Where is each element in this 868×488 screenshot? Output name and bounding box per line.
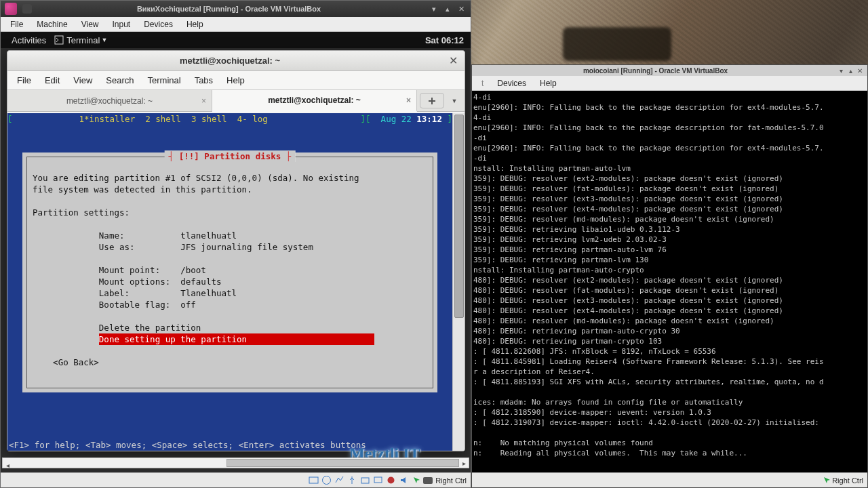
gnome-top-bar: Activities Terminal ▼ Sat 06:12 [1,32,471,48]
vbox1-titlebar[interactable]: ВикиXochiquetzal [Running] - Oracle VM V… [1,1,471,17]
svg-rect-4 [374,477,382,483]
app-sub-icon [22,4,32,14]
vbox2-menubar: t Devices Help [472,76,867,91]
maximize-button[interactable]: ▴ [442,3,453,14]
virtualbox-window-secondary: moiocoiani [Running] - Oracle VM Virtual… [471,64,868,488]
gterm-title: metztli@xochiquetzal: ~ [13,56,447,66]
gterm-menu-file[interactable]: File [10,73,38,88]
vbox2-host-key-label: Right Ctrl [832,476,863,485]
vbox2-console[interactable]: 4-di enu[2960]: INFO: Falling back to th… [472,91,867,472]
gterm-menu-tabs[interactable]: Tabs [188,73,220,88]
vbox2-title: moiocoiani [Running] - Oracle VM Virtual… [475,67,836,75]
gterm-menu-edit[interactable]: Edit [38,73,66,88]
keyboard-icon [423,477,433,484]
mouse-capture-icon [822,475,832,485]
installer-legend: [!!] Partition disks [179,151,281,161]
svg-rect-3 [361,478,369,483]
gterm-tab-menu-button[interactable]: ▼ [447,90,462,111]
gterm-new-tab-button[interactable] [420,93,444,108]
host-key-label: Right Ctrl [435,476,467,485]
gterm-tab-1[interactable]: metztli@xochiquetzal: ~ × [7,90,212,111]
vbox2-close-button[interactable]: ✕ [855,66,865,75]
menu-help[interactable]: Help [180,18,210,30]
virtualbox-window-primary: ВикиXochiquetzal [Running] - Oracle VM V… [0,0,471,488]
menu-file[interactable]: File [3,18,30,30]
gterm-menu-search[interactable]: Search [99,73,140,88]
gterm-tab-1-label: metztli@xochiquetzal: ~ [66,96,153,106]
usb-icon [347,475,357,485]
app-menu-label: Terminal [66,35,100,45]
cd-icon [321,475,332,485]
menu-devices[interactable]: Devices [137,18,180,30]
gterm-tab-1-close[interactable]: × [201,96,206,106]
vbox2-menu-help[interactable]: Help [533,77,564,89]
app-menu[interactable]: Terminal ▼ [50,34,111,47]
vbox2-maximize-button[interactable]: ▴ [846,66,855,75]
gterm-scrollbar[interactable] [452,113,465,451]
hscroll-track[interactable] [12,458,459,468]
minimize-button[interactable]: ▾ [429,3,439,14]
gterm-tab-2-label: metztli@xochiquetzal: ~ [268,96,361,105]
gterm-tab-2[interactable]: metztli@xochiquetzal: ~ × [212,90,417,112]
vbox1-title: ВикиXochiquetzal [Running] - Oracle VM V… [32,5,426,13]
gnome-clock[interactable]: Sat 06:12 [425,35,464,45]
scrollbar-thumb[interactable] [454,115,464,318]
delete-partition-action[interactable]: Delete the partition [99,323,201,333]
screen-statusbar: [ 1*installer 2 shell 3 shell 4- log][ A… [7,113,452,125]
close-button[interactable]: ✕ [456,3,467,14]
go-back-button[interactable]: <Go Back> [53,357,99,367]
mouse-capture-icon [412,475,422,485]
plus-icon [427,96,437,106]
audio-icon [399,475,409,485]
hscroll-right[interactable]: ▸ [459,458,469,468]
menu-machine[interactable]: Machine [30,18,74,30]
host-hscrollbar[interactable]: ◂ ▸ [2,458,469,468]
dropdown-icon: ▼ [101,37,107,43]
vbox2-minimize-button[interactable]: ▾ [836,66,846,75]
shared-folder-icon [360,475,370,485]
activities-button[interactable]: Activities [7,34,50,47]
vbox1-menubar: File Machine View Input Devices Help [1,17,471,32]
display-icon [373,475,383,485]
hscroll-left[interactable]: ◂ [3,461,12,470]
gterm-titlebar[interactable]: metztli@xochiquetzal: ~ ✕ [7,51,465,71]
vbox1-statusbar: Right Ctrl [1,472,471,487]
gterm-tab-2-close[interactable]: × [406,96,411,105]
svg-rect-1 [309,477,318,483]
virtualbox-icon [5,3,17,15]
gterm-menu-help[interactable]: Help [220,73,252,88]
gterm-close-button[interactable]: ✕ [447,55,459,67]
terminal-icon [54,35,64,45]
svg-point-5 [388,477,395,484]
svg-point-2 [323,476,331,485]
hdd-icon [309,475,319,485]
gterm-menu-terminal[interactable]: Terminal [141,73,188,88]
net-icon [334,475,344,485]
menu-input[interactable]: Input [106,18,138,30]
gnome-terminal-window: metztli@xochiquetzal: ~ ✕ File Edit View… [7,50,465,451]
gterm-menu-view[interactable]: View [66,73,99,88]
hscroll-thumb[interactable] [226,459,459,467]
installer-content: You are editing partition #1 of SCSI2 (0… [33,172,427,368]
done-setup-partition-action[interactable]: Done setting up the partition [99,333,374,345]
gterm-body[interactable]: [ 1*installer 2 shell 3 shell 4- log][ A… [7,113,452,451]
gterm-menubar: File Edit View Search Terminal Tabs Help [7,71,465,90]
menu-view[interactable]: View [75,18,106,30]
svg-rect-0 [55,36,63,44]
installer-dialog: ┤ [!!] Partition disks ├ You are editing… [22,152,437,392]
vbox2-titlebar[interactable]: moiocoiani [Running] - Oracle VM Virtual… [472,65,867,76]
vbox2-statusbar: Right Ctrl [472,472,867,487]
gterm-tabbar: metztli@xochiquetzal: ~ × metztli@xochiq… [7,90,465,112]
recording-icon [386,475,396,485]
vbox2-menu-devices[interactable]: Devices [490,77,533,89]
